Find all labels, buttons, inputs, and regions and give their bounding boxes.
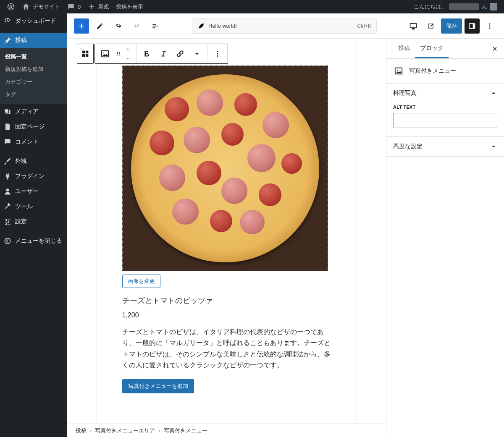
block-options-button[interactable]: [209, 44, 226, 63]
svg-point-18: [217, 51, 218, 52]
undo-icon: [114, 22, 123, 30]
tab-post[interactable]: 投稿: [393, 39, 415, 58]
settings-panel-toggle[interactable]: [465, 18, 480, 34]
sidebar-item-appearance[interactable]: 外観: [0, 154, 67, 169]
sidebar-item-settings[interactable]: 設定: [0, 214, 67, 229]
svg-rect-7: [85, 51, 88, 53]
editor-canvas[interactable]: 画像を変更 チーズとトマトのピッツァ 1,200 チーズとトマトのピザは、イタリ…: [97, 40, 357, 424]
breadcrumb-item[interactable]: 投稿: [76, 427, 87, 434]
undo-button[interactable]: [111, 18, 126, 34]
more-vertical-icon: [213, 49, 222, 58]
menu-image[interactable]: [122, 65, 328, 271]
comments-count-label: 0: [78, 4, 81, 10]
editor-topbar: Hello world! Ctrl+K 保存: [67, 13, 504, 39]
keyboard-shortcut-label: Ctrl+K: [357, 23, 371, 29]
more-rich-text-button[interactable]: [189, 44, 205, 63]
external-link-icon: [427, 22, 435, 30]
sliders-icon: [3, 217, 12, 226]
move-up-button[interactable]: [123, 44, 133, 54]
sidebar-item-tools[interactable]: ツール: [0, 199, 67, 214]
comments-menu[interactable]: 0: [63, 0, 84, 13]
svg-rect-6: [82, 51, 84, 53]
save-button[interactable]: 保存: [441, 18, 462, 34]
menu-item-description[interactable]: チーズとトマトのピザは、イタリア料理の代表的なピザの一つであり、一般的に「マルガ…: [122, 327, 331, 371]
sidebar-subitem-categories[interactable]: カテゴリー: [0, 76, 67, 88]
sidebar-item-comments[interactable]: コメント: [0, 134, 67, 149]
plus-icon: [77, 22, 86, 30]
sidebar-collapse-button[interactable]: メニューを閉じる: [0, 233, 67, 249]
site-name-menu[interactable]: デモサイト: [18, 0, 63, 13]
sidebar-item-users[interactable]: ユーザー: [0, 184, 67, 199]
wordpress-icon: [7, 3, 15, 11]
plugin-icon: [3, 172, 12, 181]
alt-text-input[interactable]: [393, 113, 497, 128]
view-post-button[interactable]: [423, 18, 438, 34]
block-type-button[interactable]: [97, 44, 113, 63]
view-desktop-button[interactable]: [406, 18, 421, 34]
dashboard-icon: [3, 17, 12, 25]
options-menu-button[interactable]: [482, 18, 497, 34]
sidebar-subitem-all-posts[interactable]: 投稿一覧: [0, 50, 67, 63]
media-icon: [3, 107, 12, 116]
brush-icon: [3, 157, 12, 165]
dashboard-label: ダッシュボード: [15, 17, 56, 25]
tools-toggle-button[interactable]: [92, 18, 108, 34]
document-title-bar[interactable]: Hello world! Ctrl+K: [192, 18, 377, 34]
pin-icon: [3, 36, 12, 44]
editor-canvas-scroll[interactable]: 画像を変更 チーズとトマトのピッツァ 1,200 チーズとトマトのピザは、イタリ…: [67, 39, 386, 424]
move-down-button[interactable]: [123, 54, 133, 63]
svg-point-5: [489, 27, 491, 29]
block-container[interactable]: 画像を変更 チーズとトマトのピッツァ 1,200 チーズとトマトのピザは、イタリ…: [122, 65, 331, 393]
svg-rect-9: [85, 54, 88, 57]
svg-rect-8: [82, 54, 84, 57]
tab-block[interactable]: ブロック: [415, 39, 449, 58]
svg-point-16: [117, 55, 118, 55]
greeting-prefix-label: こんにちは、: [414, 3, 446, 10]
close-inspector-button[interactable]: ×: [489, 43, 501, 55]
select-parent-button[interactable]: [77, 44, 94, 64]
new-content-menu[interactable]: 新規: [84, 0, 113, 13]
panel-photo-toggle[interactable]: 料理写真: [386, 84, 504, 103]
drag-handle-icon[interactable]: [115, 50, 122, 57]
admin-bar: デモサイト 0 新規 投稿を表示 こんにちは、 ん: [0, 0, 504, 13]
breadcrumb-item[interactable]: 写真付きメニュー: [164, 427, 207, 434]
italic-button[interactable]: [155, 44, 172, 63]
sidebar-item-posts[interactable]: 投稿: [0, 33, 67, 48]
menu-item-price[interactable]: 1,200: [122, 311, 331, 319]
link-button[interactable]: [172, 44, 189, 63]
site-name-label: デモサイト: [33, 3, 60, 10]
sidebar-item-media[interactable]: メディア: [0, 104, 67, 119]
add-menu-button[interactable]: 写真付きメニューを追加: [122, 379, 194, 393]
panel-advanced-toggle[interactable]: 高度な設定: [386, 137, 504, 156]
grid-icon: [81, 49, 90, 58]
more-vertical-icon: [486, 22, 494, 30]
view-post-link[interactable]: 投稿を表示: [113, 0, 147, 13]
document-overview-button[interactable]: [148, 18, 163, 34]
bold-button[interactable]: [138, 44, 155, 63]
new-content-label: 新規: [98, 3, 109, 10]
breadcrumb-item[interactable]: 写真付きメニューエリア: [95, 427, 155, 434]
comment-icon: [67, 3, 75, 11]
sidebar-item-plugins[interactable]: プラグイン: [0, 169, 67, 184]
pages-label: 固定ページ: [15, 123, 45, 131]
settings-label: 設定: [15, 218, 27, 225]
user-icon: [3, 187, 12, 196]
admin-sidebar: ダッシュボード 投稿 投稿一覧 新規投稿を追加 カテゴリー タグ メディア 固定…: [0, 13, 67, 437]
collapse-label: メニューを閉じる: [15, 237, 62, 245]
menu-item-title[interactable]: チーズとトマトのピッツァ: [122, 296, 331, 306]
users-label: ユーザー: [15, 188, 39, 195]
sidebar-subitem-tags[interactable]: タグ: [0, 88, 67, 101]
inserter-button[interactable]: [74, 18, 89, 34]
editor-canvas-wrap: 画像を変更 チーズとトマトのピッツァ 1,200 チーズとトマトのピザは、イタリ…: [67, 39, 386, 437]
change-image-button[interactable]: 画像を変更: [122, 275, 160, 288]
edit-icon: [96, 22, 104, 30]
redo-button[interactable]: [129, 18, 144, 34]
account-menu[interactable]: こんにちは、 ん: [410, 0, 501, 13]
sidebar-item-dashboard[interactable]: ダッシュボード: [0, 13, 67, 29]
chevron-right-icon: ›: [158, 427, 160, 434]
sidebar-item-pages[interactable]: 固定ページ: [0, 119, 67, 134]
sidebar-subitem-add-new[interactable]: 新規投稿を追加: [0, 63, 67, 76]
pages-icon: [3, 123, 12, 131]
svg-point-22: [397, 70, 398, 71]
wp-logo-menu[interactable]: [3, 0, 18, 13]
